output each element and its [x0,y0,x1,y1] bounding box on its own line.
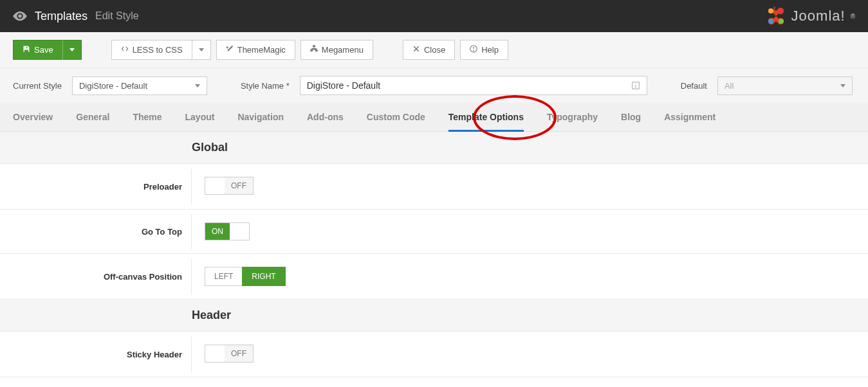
svg-point-2 [768,19,773,24]
thememagic-button[interactable]: ThemeMagic [216,40,295,60]
eye-icon [13,11,27,21]
preloader-control: OFF [192,164,868,209]
save-dropdown-button[interactable] [62,40,82,60]
current-style-label: Current Style [13,81,62,91]
chevron-down-icon [199,48,204,51]
save-button-group: Save [13,40,82,60]
style-row: Current Style DigiStore - Default Style … [0,68,868,103]
save-icon [23,45,30,55]
go-to-top-label: Go To Top [0,214,192,249]
svg-rect-4 [313,46,315,47]
content-col: Global Preloader OFF Go To Top ON Off-ca… [0,132,868,377]
option-sticky-header: Sticky Header OFF [0,332,868,377]
less-to-css-label: LESS to CSS [133,45,183,55]
sticky-header-label: Sticky Header [0,337,192,372]
topbar: Templates Edit Style Joomla!® [0,0,868,32]
save-label: Save [34,45,53,55]
section-header: Header [0,300,868,332]
current-style-select[interactable]: DigiStore - Default [72,76,207,95]
toolbar: Save LESS to CSS ThemeMagic Megamenu Clo… [0,32,868,68]
svg-rect-6 [315,50,317,51]
sitemap-icon [310,45,318,55]
close-icon [412,45,420,55]
section-title-header: Header [192,309,231,321]
default-label: Default [681,81,707,91]
sticky-header-toggle[interactable]: OFF [205,345,254,363]
svg-point-3 [779,19,784,24]
less-to-css-group: LESS to CSS [111,40,211,60]
option-preloader: Preloader OFF [0,164,868,210]
option-go-to-top: Go To Top ON [0,210,868,254]
content: Global Preloader OFF Go To Top ON Off-ca… [0,132,868,377]
current-style-value: DigiStore - Default [79,81,147,91]
tab-template-options[interactable]: Template Options [448,103,524,131]
tab-general[interactable]: General [76,103,109,131]
megamenu-button[interactable]: Megamenu [300,40,373,60]
help-icon [470,45,477,55]
toggle-on: ON [205,223,230,240]
code-icon [121,45,129,55]
toggle-blank [205,177,225,194]
preloader-toggle[interactable]: OFF [205,177,254,195]
style-name-label: Style Name * [241,81,290,91]
tabs: Overview General Theme Layout Navigation… [0,103,868,132]
default-select[interactable]: All [717,76,853,95]
offcanvas-right[interactable]: RIGHT [242,267,285,286]
save-button[interactable]: Save [13,40,62,60]
toggle-off: OFF [225,177,253,194]
wand-icon [226,45,234,55]
sticky-header-control: OFF [192,332,868,377]
offcanvas-label: Off-canvas Position [0,259,192,294]
tab-typography[interactable]: Typography [547,103,598,131]
section-title-global: Global [192,141,228,154]
toggle-blank [205,345,225,362]
go-to-top-toggle[interactable]: ON [205,222,250,240]
page-title: Templates [35,10,88,23]
chevron-down-icon [195,84,200,87]
chevron-down-icon [69,48,75,51]
default-value: All [725,81,734,91]
tab-blog[interactable]: Blog [621,103,641,131]
tab-layout[interactable]: Layout [185,103,215,131]
help-button[interactable]: Help [460,40,508,60]
svg-point-0 [768,8,773,14]
offcanvas-segment: LEFT RIGHT [205,267,286,286]
close-button[interactable]: Close [403,40,455,60]
tab-overview[interactable]: Overview [13,103,53,131]
toggle-blank [230,223,249,240]
page-subtitle: Edit Style [95,10,139,22]
tab-assignment[interactable]: Assignment [664,103,716,131]
tab-navigation[interactable]: Navigation [237,103,284,131]
joomla-text: Joomla! [791,8,845,24]
megamenu-label: Megamenu [322,45,364,55]
joomla-logo: Joomla!® [766,6,855,26]
tab-theme[interactable]: Theme [133,103,162,131]
offcanvas-left[interactable]: LEFT [205,267,242,286]
less-to-css-dropdown[interactable] [192,40,211,60]
info-icon: i [631,81,640,90]
close-label: Close [424,45,445,55]
svg-text:i: i [635,83,636,89]
section-global: Global [0,132,868,164]
style-name-input[interactable]: DigiStore - Default i [300,76,647,95]
svg-point-1 [779,8,784,14]
thememagic-label: ThemeMagic [237,45,286,55]
tab-addons[interactable]: Add-ons [307,103,344,131]
toggle-off: OFF [225,345,253,362]
svg-rect-5 [311,50,313,51]
help-label: Help [481,45,499,55]
tab-custom-code[interactable]: Custom Code [367,103,425,131]
chevron-down-icon [840,84,845,87]
go-to-top-control: ON [192,210,868,253]
preloader-label: Preloader [0,169,192,204]
joomla-icon [766,6,786,26]
offcanvas-control: LEFT RIGHT [192,254,868,299]
topbar-left: Templates Edit Style [13,10,139,23]
style-name-value: DigiStore - Default [307,80,380,91]
less-to-css-button[interactable]: LESS to CSS [111,40,192,60]
option-offcanvas: Off-canvas Position LEFT RIGHT [0,254,868,300]
